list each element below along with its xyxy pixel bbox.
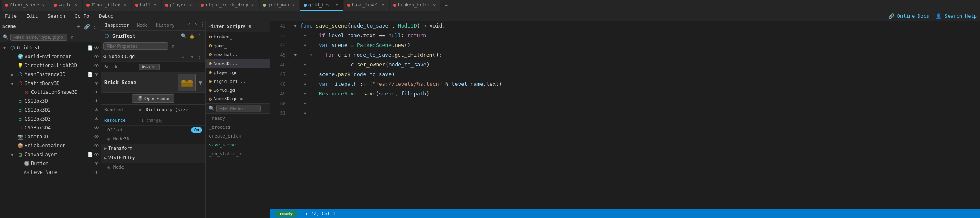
assign-button[interactable]: Assign... <box>139 64 160 70</box>
eye-icon[interactable]: 👁 <box>94 125 99 131</box>
eye-icon[interactable]: 👁 <box>94 72 99 77</box>
tree-item-levelname[interactable]: Aa LevelName 👁 <box>0 168 101 177</box>
close-icon[interactable]: ✕ <box>41 2 46 8</box>
menu-goto[interactable]: Go To <box>73 13 91 20</box>
eye-icon[interactable]: 👁 <box>94 152 99 157</box>
filter-settings-icon[interactable]: ⚙ <box>69 34 75 40</box>
tree-item-csgbox1[interactable]: ◻ CSGBox3D 👁 <box>0 97 101 106</box>
script-file-world[interactable]: ⚙ world.gd <box>206 86 270 95</box>
eye-icon[interactable]: 👁 <box>94 45 99 51</box>
eye-icon[interactable]: 👁 <box>94 81 99 86</box>
tree-item-worldenv[interactable]: 🌍 WorldEnvironment 👁 <box>0 52 101 61</box>
menu-file[interactable]: File <box>3 13 18 20</box>
collapse-arrow-42[interactable]: ▼ <box>294 21 297 31</box>
inspector-tab-node[interactable]: Node <box>133 21 152 30</box>
script-file-broken[interactable]: ⚙ broken_... <box>206 32 270 41</box>
eye-icon[interactable]: 👁 <box>94 134 99 140</box>
script-file-player[interactable]: ⚙ player.gd <box>206 68 270 77</box>
tree-item-meshinstance[interactable]: ▶ ⬡ MeshInstance3D 📄 👁 <box>0 70 101 79</box>
menu-dots-icon[interactable]: ⋮ <box>92 23 98 30</box>
tree-item-csgbox2[interactable]: ◻ CSGBox3D2 👁 <box>0 106 101 114</box>
close-icon[interactable]: ✕ <box>188 2 193 8</box>
on-badge[interactable]: On <box>191 127 202 133</box>
close-icon[interactable]: ✕ <box>334 2 340 8</box>
method-save-scene[interactable]: save_scene <box>206 140 270 149</box>
method-on-static[interactable]: _on_static_b... <box>206 149 270 158</box>
inspector-menu-icon[interactable]: ⋮ <box>199 21 205 28</box>
close-icon[interactable]: ✕ <box>152 2 158 8</box>
edit-script-icon[interactable]: ✏ <box>180 53 187 60</box>
menu-debug[interactable]: Debug <box>97 13 115 20</box>
code-area[interactable]: 42 43 44 45 46 47 48 49 50 51 ▼ func sav… <box>270 21 980 209</box>
tab-rigid-brick-drop[interactable]: rigid_brick_drop ✕ <box>197 0 259 11</box>
menu-edit[interactable]: Edit <box>25 13 40 20</box>
lock-icon[interactable]: 🔒 <box>188 33 195 39</box>
close-icon[interactable]: ✕ <box>122 2 128 8</box>
add-node-icon[interactable]: + <box>75 23 82 30</box>
inspector-prev-icon[interactable]: ‹ <box>186 21 193 28</box>
tree-item-csgbox3[interactable]: ◻ CSGBox3D3 👁 <box>0 114 101 123</box>
tab-ball[interactable]: ball ✕ <box>132 0 161 11</box>
tab-floor-scene[interactable]: floor_scene ✕ <box>2 0 50 11</box>
close-icon[interactable]: ✕ <box>250 2 255 8</box>
clear-script-icon[interactable]: ✕ <box>188 53 195 60</box>
tree-item-collshape[interactable]: ◎ CollisionShape3D 👁 <box>0 88 101 97</box>
tab-grid-test[interactable]: grid_test ✕ <box>300 0 343 11</box>
close-icon[interactable]: ✕ <box>73 2 79 8</box>
inspector-tab-history[interactable]: History <box>152 21 178 30</box>
tree-item-canvaslayer[interactable]: ▼ ◱ CanvasLayer 📄 👁 <box>0 150 101 159</box>
tree-item-staticbody[interactable]: ▼ ⬡ StaticBody3D 👁 <box>0 79 101 88</box>
open-scene-button[interactable]: 🎬 Open Scene <box>132 94 174 103</box>
more-icon[interactable]: ⋮ <box>197 33 203 39</box>
menu-search[interactable]: Search <box>46 13 67 20</box>
eye-icon[interactable]: 👁 <box>94 161 99 166</box>
tree-item-camera[interactable]: 📷 Camera3D 👁 <box>0 132 101 141</box>
filter-settings-icon[interactable]: ⚙ <box>170 43 176 49</box>
visibility-section[interactable]: ▶ Visibility <box>101 153 205 163</box>
close-icon[interactable]: ✕ <box>380 2 386 8</box>
scene-menu-icon[interactable]: ⋮ <box>77 34 83 40</box>
inspector-next-icon[interactable]: › <box>193 21 199 28</box>
scene-filter-input[interactable] <box>10 34 67 41</box>
method-ready[interactable]: _ready <box>206 114 270 123</box>
add-tab-button[interactable]: + <box>443 2 449 9</box>
tree-item-brickcontainer[interactable]: 📦 BrickContainer 👁 <box>0 141 101 150</box>
script-file-rigidbri[interactable]: ⚙ rigid_bri... <box>206 77 270 86</box>
eye-icon[interactable]: 👁 <box>94 54 99 59</box>
tree-item-gridtest[interactable]: ▼ ⬡ GridTest 📄 👁 <box>0 43 101 52</box>
eye-icon[interactable]: 👁 <box>94 116 99 122</box>
tab-floor-tiled[interactable]: floor_tiled ✕ <box>83 0 131 11</box>
script-menu-icon[interactable]: ⋮ <box>197 53 203 60</box>
filter-method-input[interactable] <box>216 105 261 112</box>
online-docs-link[interactable]: 🔗 Online Docs <box>888 13 930 19</box>
inspector-tab-inspector[interactable]: Inspector <box>101 21 133 30</box>
filter-props-input[interactable] <box>103 42 168 50</box>
tree-item-dirlight[interactable]: 💡 DirectionalLight3D 👁 <box>0 61 101 70</box>
prop-menu-icon[interactable]: ⋮ <box>162 64 168 70</box>
tree-item-csgbox4[interactable]: ◻ CSGBox3D4 👁 <box>0 123 101 132</box>
eye-icon[interactable]: 👁 <box>94 90 99 95</box>
tab-player[interactable]: player ✕ <box>162 0 197 11</box>
script-file-node3d[interactable]: ⚙ Node3D.... <box>206 59 270 68</box>
script-file-node3d2[interactable]: ⚙ Node3D.gd ● <box>206 95 270 104</box>
close-icon[interactable]: ✕ <box>431 2 437 8</box>
method-create-brick[interactable]: create_brick <box>206 131 270 140</box>
link-icon[interactable]: 🔗 <box>84 23 90 30</box>
eye-icon[interactable]: 👁 <box>94 99 99 104</box>
tab-broken-brick[interactable]: broken_brick ✕ <box>390 0 440 11</box>
expand-icon[interactable]: ▼ <box>199 79 202 86</box>
tree-item-button[interactable]: 🔘 Button 👁 <box>0 159 101 168</box>
method-process[interactable]: _process <box>206 123 270 131</box>
eye-icon[interactable]: 👁 <box>94 170 99 175</box>
tab-grid-map[interactable]: grid_map ✕ <box>260 0 299 11</box>
close-icon[interactable]: ✕ <box>291 2 296 8</box>
tab-base-level[interactable]: base_level ✕ <box>344 0 389 11</box>
script-file-newbal[interactable]: ⚙ new_bal... <box>206 50 270 59</box>
eye-icon[interactable]: 👁 <box>94 108 99 113</box>
transform-section[interactable]: ▶ Transform <box>101 144 205 153</box>
tab-world[interactable]: world ✕ <box>50 0 82 11</box>
collapse-arrow-45[interactable]: ▼ <box>294 50 297 60</box>
search-help-link[interactable]: 👤 Search Help <box>936 13 977 19</box>
eye-icon[interactable]: 👁 <box>94 63 99 68</box>
filter-icon[interactable]: 🔍 <box>180 33 187 39</box>
